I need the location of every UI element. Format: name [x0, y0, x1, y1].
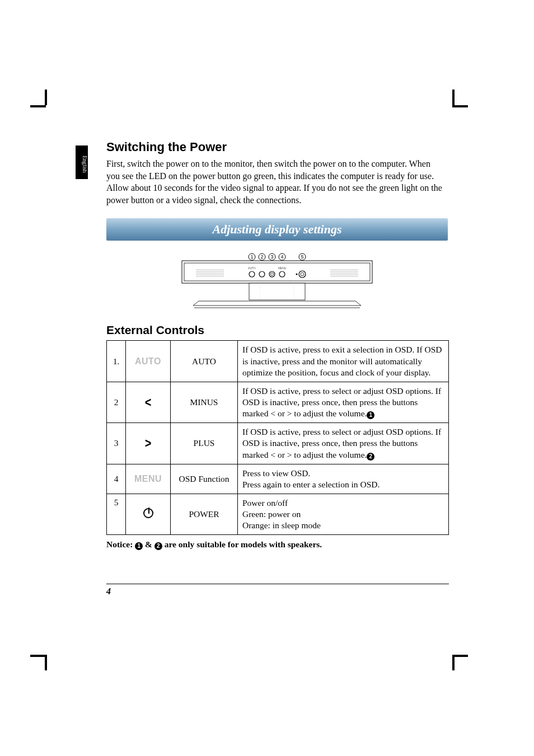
control-name: PLUS	[171, 423, 238, 464]
svg-point-24	[249, 271, 255, 277]
banner-adjusting-display: Adjusting display settings	[106, 218, 448, 241]
svg-point-29	[296, 274, 298, 275]
table-row: 1. AUTO AUTO If OSD is active, press to …	[107, 341, 449, 382]
auto-icon: AUTO	[126, 341, 171, 382]
table-row: 3 > PLUS If OSD is active, press to sele…	[107, 423, 449, 464]
svg-rect-32	[249, 283, 305, 300]
svg-text:5: 5	[301, 254, 303, 260]
control-number: 1.	[107, 341, 126, 382]
menu-icon: MENU	[126, 464, 171, 494]
monitor-buttons-diagram: 1 2 3 4 5 AUTO MENU	[106, 250, 448, 311]
svg-text:3: 3	[270, 254, 273, 260]
control-name: AUTO	[171, 341, 238, 382]
control-number: 3	[107, 423, 126, 464]
footnote-sym-1: 1	[135, 542, 143, 550]
minus-icon: <	[126, 382, 171, 422]
table-row: 5 POWER Power on/offGreen: power onOrang…	[107, 494, 449, 534]
svg-text:2: 2	[260, 254, 263, 260]
control-name: OSD Function	[171, 464, 238, 494]
footer-rule	[106, 584, 449, 584]
control-number: 4	[107, 464, 126, 494]
control-description: If OSD is active, press to select or adj…	[238, 382, 449, 422]
footnote-ref-2: 2	[367, 453, 374, 461]
heading-switching-power: Switching the Power	[106, 140, 459, 154]
footnote-ref-1: 1	[367, 411, 374, 419]
svg-text:1: 1	[250, 254, 253, 260]
notice-text: Notice: 1 & 2 are only suitable for mode…	[106, 539, 459, 550]
control-number: 2	[107, 382, 126, 422]
svg-rect-1	[184, 263, 370, 281]
plus-icon: >	[126, 423, 171, 464]
control-name: MINUS	[171, 382, 238, 422]
control-description: Power on/offGreen: power onOrange: in sl…	[238, 494, 449, 534]
svg-point-25	[259, 271, 265, 277]
control-number: 5	[107, 494, 126, 534]
svg-text:4: 4	[280, 254, 283, 260]
svg-text:AUTO: AUTO	[248, 266, 256, 270]
svg-point-30	[299, 271, 306, 278]
table-row: 4 MENU OSD Function Press to view OSD.Pr…	[107, 464, 449, 494]
svg-text:MENU: MENU	[278, 266, 287, 270]
table-row: 2 < MINUS If OSD is active, press to sel…	[107, 382, 449, 422]
control-description: If OSD is active, press to exit a select…	[238, 341, 449, 382]
heading-external-controls: External Controls	[106, 323, 459, 337]
power-icon	[126, 494, 171, 534]
control-description: Press to view OSD.Press again to enter a…	[238, 464, 449, 494]
footnote-sym-2: 2	[154, 542, 162, 550]
controls-table: 1. AUTO AUTO If OSD is active, press to …	[106, 340, 449, 535]
control-name: POWER	[171, 494, 238, 534]
control-description: If OSD is active, press to select or adj…	[238, 423, 449, 464]
body-switching-power: First, switch the power on to the monito…	[106, 158, 442, 206]
svg-point-28	[279, 271, 285, 277]
page-number: 4	[106, 586, 459, 597]
svg-point-26	[269, 271, 275, 277]
